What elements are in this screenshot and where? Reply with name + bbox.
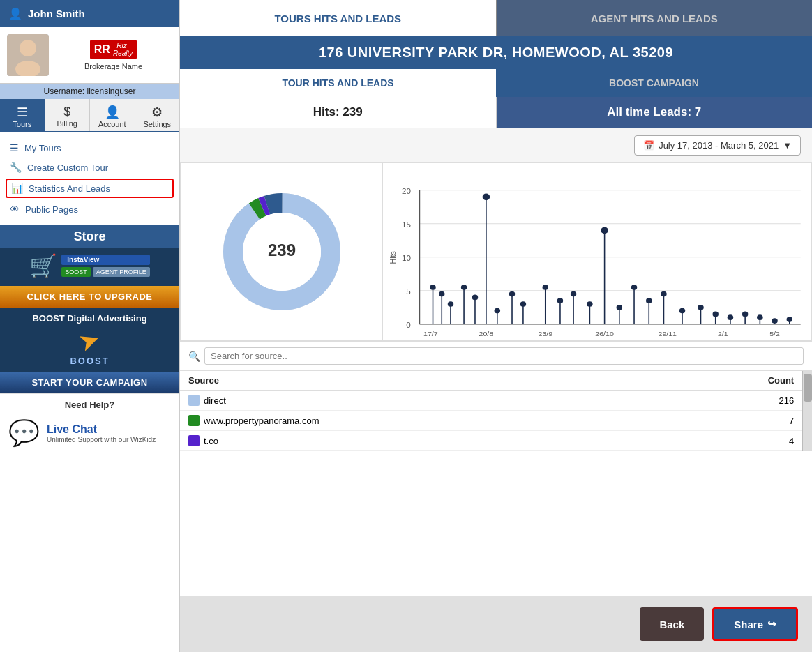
billing-icon: $ [63,105,70,119]
brokerage-name: Brokerage Name [84,62,142,70]
back-button[interactable]: Back [640,607,704,641]
sidebar-item-statistics[interactable]: 📊 Statistics And Leads [6,179,174,198]
nav-tab-account-label: Account [98,120,126,128]
source-count-cell: 216 [662,391,802,411]
sidebar-menu: ☰ My Tours 🔧 Create Custom Tour 📊 Statis… [0,132,179,225]
svg-point-39 [461,285,467,290]
svg-text:2/1: 2/1 [718,331,728,338]
svg-text:5/2: 5/2 [769,331,780,338]
sidebar: 👤 John Smith RR | RizRealty Brokerage Na… [0,0,180,652]
agent-profile-badge: AGENT PROFILE [93,267,150,277]
source-table-section: 🔍 Source Count direct 2 [180,341,812,596]
boost-arrow-icon: ➤ [75,324,105,358]
nav-tabs: ☰ Tours $ Billing 👤 Account ⚙ Settings [0,99,179,132]
svg-point-77 [772,318,777,324]
share-label: Share [734,619,763,630]
table-row: direct 216 [180,391,802,411]
avatar [7,34,49,76]
charts-row: 239 0 5 10 15 20 Hits 17/7 [180,162,812,341]
source-name: direct [204,395,226,406]
my-tours-icon: ☰ [10,142,19,153]
sub-tab-tour-hits[interactable]: TOUR HITS AND LEADS [180,69,496,97]
public-pages-label: Public Pages [25,204,78,215]
top-tabs: TOURS HITS AND LEADS AGENT HITS AND LEAD… [180,0,812,36]
leads-cell: All time Leads: 7 [497,97,813,128]
create-tour-label: Create Custom Tour [27,162,108,173]
sub-tab-tour-hits-label: TOUR HITS AND LEADS [282,77,393,89]
donut-center-value: 239 [267,241,295,259]
nav-tab-tours[interactable]: ☰ Tours [0,99,45,131]
source-table: Source Count direct 216 www.propertypa [180,371,802,451]
live-chat-section[interactable]: 💬 Live Chat Unlimited Support with our W… [0,413,179,453]
svg-point-63 [661,291,666,297]
chevron-down-icon: ▼ [783,140,792,151]
user-icon: 👤 [8,7,22,20]
count-column-header: Count [662,371,802,391]
source-name-cell: direct [180,391,662,411]
source-name-cell: t.co [180,431,662,451]
username-bar: Username: licensinguser [0,84,179,99]
nav-tab-settings-label: Settings [143,120,171,128]
live-chat-label: Live Chat [47,423,156,436]
svg-point-43 [495,308,500,314]
sidebar-header: 👤 John Smith [0,0,179,27]
nav-tab-settings[interactable]: ⚙ Settings [135,99,180,131]
source-count-cell: 7 [662,411,802,431]
svg-point-65 [679,308,685,314]
table-row: t.co 4 [180,431,802,451]
tours-icon: ☰ [17,105,28,120]
svg-text:Hits: Hits [390,251,398,264]
svg-point-67 [698,305,703,310]
share-button[interactable]: Share ↪ [712,607,798,641]
scrollbar-thumb [804,374,812,402]
svg-text:26/10: 26/10 [595,331,614,338]
svg-point-49 [543,285,548,290]
store-section: Store [0,225,179,248]
store-label: Store [73,229,105,243]
share-icon: ↪ [767,618,776,630]
boost-campaign-button[interactable]: START YOUR CAMPAIGN [0,372,179,393]
statistics-label: Statistics And Leads [29,183,110,194]
donut-chart: 239 [181,163,383,340]
source-name: www.propertypanorama.com [204,416,319,426]
boost-brand: BOOST [70,356,109,366]
date-filter-button[interactable]: 📅 July 17, 2013 - March 5, 2021 ▼ [634,135,801,156]
nav-tab-billing-label: Billing [57,119,77,128]
svg-text:20/8: 20/8 [479,331,494,338]
sidebar-item-my-tours[interactable]: ☰ My Tours [0,138,179,158]
nav-tab-tours-label: Tours [13,120,31,128]
date-filter-row: 📅 July 17, 2013 - March 5, 2021 ▼ [180,128,812,162]
svg-point-51 [557,298,563,303]
svg-text:15: 15 [402,220,411,228]
svg-point-47 [520,301,526,307]
sidebar-item-public-pages[interactable]: 👁 Public Pages [0,199,179,219]
sidebar-username: John Smith [28,8,85,20]
sub-tab-boost[interactable]: BOOST CAMPAIGN [496,69,812,97]
svg-point-75 [757,314,762,320]
tab-tours-hits-label: TOURS HITS AND LEADS [274,13,401,24]
svg-text:29/11: 29/11 [658,331,677,338]
boost-badge: BOOST [61,267,91,277]
brokerage-logo: RR | RizRealty Brokerage Name [54,40,172,70]
svg-point-71 [728,314,733,320]
nav-tab-billing[interactable]: $ Billing [45,99,91,131]
svg-point-57 [617,305,622,310]
svg-text:10: 10 [402,254,411,261]
search-input[interactable] [204,347,804,365]
table-scrollbar[interactable] [802,371,812,451]
hits-leads-row: Hits: 239 All time Leads: 7 [180,97,812,128]
upgrade-button[interactable]: CLICK HERE TO UPGRADE [0,286,179,308]
svg-point-33 [430,285,435,290]
statistics-icon: 📊 [11,183,23,194]
my-tours-label: My Tours [24,143,61,153]
nav-tab-account[interactable]: 👤 Account [90,99,135,131]
tab-tours-hits[interactable]: TOURS HITS AND LEADS [180,0,497,36]
chat-sub-label: Unlimited Support with our WizKidz [47,436,156,443]
address-bar: 176 UNIVERSITY PARK DR, HOMEWOOD, AL 352… [180,36,812,69]
source-name-cell: www.propertypanorama.com [180,411,662,431]
source-table-body: direct 216 www.propertypanorama.com 7 t.… [180,391,802,451]
tab-agent-hits[interactable]: AGENT HITS AND LEADS [497,0,813,36]
instaview-badge: InstaView [61,255,149,265]
svg-text:17/7: 17/7 [423,331,438,338]
sidebar-item-create-tour[interactable]: 🔧 Create Custom Tour [0,158,179,177]
